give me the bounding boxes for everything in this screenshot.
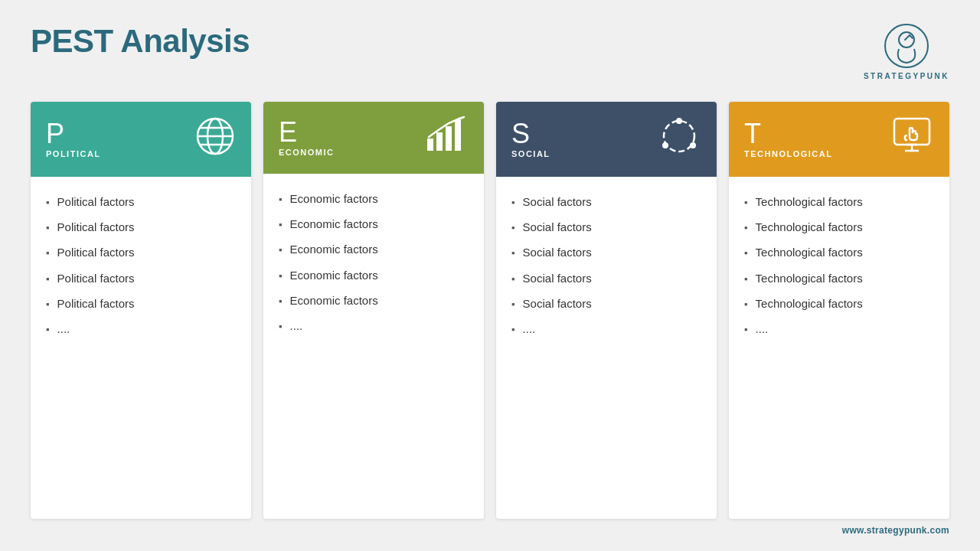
list-item: Social factors [511,244,701,260]
list-item: Technological factors [744,194,934,210]
technological-list: Technological factors Technological fact… [744,194,934,337]
svg-rect-9 [446,126,452,151]
card-social-body: Social factors Social factors Social fac… [496,177,717,519]
social-label: SOCIAL [511,149,550,158]
list-item: Economic factors [279,292,469,308]
card-political: P POLITICAL Political factors Pol [31,102,251,519]
card-economic: E ECONOMIC Econom [263,102,484,519]
list-item: .... [46,321,236,337]
list-item: Economic factors [279,191,469,207]
economic-list: Economic factors Economic factors Econom… [279,191,469,334]
card-political-header: P POLITICAL [31,102,251,177]
political-letter: P [46,120,101,148]
list-item: .... [279,318,469,334]
cycle-icon [657,116,701,163]
logo-text: STRATEGYPUNK [864,72,949,80]
list-item: Social factors [511,194,701,210]
political-label: POLITICAL [46,149,101,158]
svg-point-0 [885,24,928,67]
svg-point-11 [664,121,694,152]
svg-point-14 [662,142,668,148]
card-social-header: S SOCIAL [496,102,717,177]
list-item: .... [744,321,934,337]
card-social: S SOCIAL Social factors Social factors [496,102,717,519]
cards-container: P POLITICAL Political factors Pol [31,102,949,519]
footer-url: www.strategypunk.com [842,525,949,536]
card-technological-header: T TECHNOLOGICAL [729,102,949,177]
economic-letter: E [279,119,335,146]
list-item: Social factors [511,219,701,235]
svg-rect-7 [427,139,433,151]
list-item: Economic factors [279,241,469,257]
list-item: Technological factors [744,244,934,260]
social-letter: S [511,120,550,148]
list-item: Social factors [511,295,701,311]
list-item: Technological factors [744,270,934,286]
list-item: Social factors [511,270,701,286]
tech-label: TECHNOLOGICAL [744,149,832,158]
svg-point-12 [676,118,682,124]
touch-icon [890,116,934,163]
economic-label: ECONOMIC [279,148,335,157]
logo-icon [884,23,929,69]
svg-point-1 [899,32,914,47]
card-technological-body: Technological factors Technological fact… [729,177,949,519]
list-item: Political factors [46,219,236,235]
globe-icon [194,116,236,163]
list-item: Economic factors [279,267,469,283]
list-item: Political factors [46,295,236,311]
list-item: Political factors [46,270,236,286]
svg-rect-10 [455,120,461,151]
page: PEST Analysis STRATEGYPUNK P POLITICAL [0,0,980,551]
svg-point-13 [690,142,696,148]
list-item: Political factors [46,194,236,210]
political-list: Political factors Political factors Poli… [46,194,236,337]
list-item: Political factors [46,244,236,260]
logo-area: STRATEGYPUNK [864,23,949,80]
list-item: Economic factors [279,216,469,232]
social-list: Social factors Social factors Social fac… [511,194,701,337]
list-item: Technological factors [744,295,934,311]
card-political-body: Political factors Political factors Poli… [31,177,251,519]
list-item: .... [511,321,701,337]
header: PEST Analysis STRATEGYPUNK [31,23,949,80]
chart-icon [424,116,469,160]
list-item: Technological factors [744,219,934,235]
svg-rect-8 [436,132,443,151]
page-title: PEST Analysis [31,23,250,60]
card-technological: T TECHNOLOGICAL [729,102,949,519]
tech-letter: T [744,120,832,148]
card-economic-header: E ECONOMIC [263,102,484,174]
footer: www.strategypunk.com [31,519,949,536]
card-economic-body: Economic factors Economic factors Econom… [263,174,484,519]
